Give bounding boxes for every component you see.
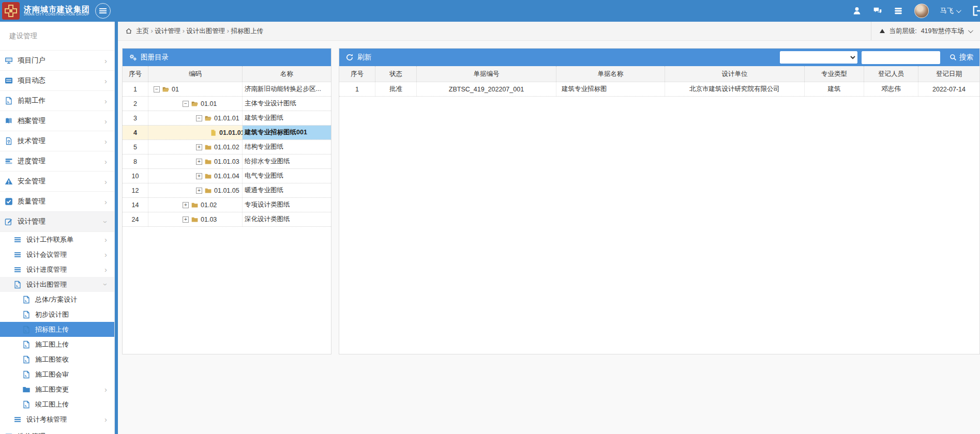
tree-row[interactable]: 12+01.01.05暖通专业图纸 <box>123 183 331 198</box>
tree-row[interactable]: 10+01.01.04电气专业图纸 <box>123 169 331 183</box>
tree-node[interactable]: +01.01.04 <box>148 169 243 183</box>
sidebar-item[interactable]: 技术管理› <box>0 131 114 151</box>
tree-row-number: 4 <box>123 126 148 140</box>
expand-toggle-icon[interactable]: + <box>196 159 202 165</box>
tree-row[interactable]: 8+01.01.03给排水专业图纸 <box>123 154 331 169</box>
expand-toggle-icon[interactable]: + <box>183 216 189 223</box>
warning-icon <box>5 177 13 185</box>
sidebar-item[interactable]: 设计考核管理› <box>0 412 114 427</box>
tasks-icon[interactable] <box>894 6 903 16</box>
tree-row-number: 14 <box>123 198 148 212</box>
tree-node-name[interactable]: 给排水专业图纸 <box>243 154 331 168</box>
folder-open-icon <box>162 86 170 93</box>
sidebar-item[interactable]: 初步设计图 <box>0 307 114 322</box>
tree-node[interactable]: 01.01.01.01 <box>148 126 243 140</box>
tree-node-name[interactable]: 主体专业设计图纸 <box>243 97 331 111</box>
tree-row[interactable]: 14+01.02专项设计类图纸 <box>123 198 331 212</box>
search-button[interactable]: 搜索 <box>949 53 973 62</box>
folder-icon <box>22 385 31 394</box>
user-icon[interactable] <box>852 6 862 16</box>
sidebar-item[interactable]: 招标图上传 <box>0 322 114 337</box>
sidebar-item[interactable]: 总体/方案设计 <box>0 292 114 307</box>
collapse-toggle-icon[interactable]: − <box>183 101 189 107</box>
current-level-selector[interactable]: 当前层级: 419智慧停车场 <box>871 22 980 40</box>
sidebar-item[interactable]: 竣工图上传 <box>0 397 114 412</box>
tree-node[interactable]: +01.01.05 <box>148 183 243 197</box>
tree-node[interactable]: +01.02 <box>148 198 243 212</box>
breadcrumb-item[interactable]: 设计管理 <box>155 27 180 35</box>
tree-row[interactable]: 5+01.01.02结构专业图纸 <box>123 140 331 154</box>
expand-toggle-icon[interactable]: + <box>196 188 202 194</box>
tree-node-name[interactable]: 深化设计类图纸 <box>243 212 331 226</box>
file-pdf-icon <box>22 311 31 319</box>
sidebar-item[interactable]: 造价管理 <box>0 427 114 434</box>
collapse-toggle-icon[interactable]: − <box>196 115 202 121</box>
messages-icon[interactable] <box>873 6 882 16</box>
expand-toggle-icon[interactable]: + <box>196 144 202 150</box>
user-menu[interactable]: 马飞 <box>940 6 960 16</box>
folder-icon <box>191 202 199 209</box>
collapse-toggle-icon[interactable]: − <box>154 86 160 92</box>
chevron-down-icon <box>968 28 973 33</box>
tree-node[interactable]: −01.01.01 <box>148 111 243 125</box>
search-input[interactable] <box>862 51 940 64</box>
tree-node[interactable]: +01.03 <box>148 212 243 226</box>
expand-toggle-icon[interactable]: + <box>196 173 202 179</box>
documents-column-header: 单据编号 <box>417 66 556 82</box>
sidebar-item[interactable]: 前期工作› <box>0 91 114 111</box>
sidebar-item[interactable]: 设计管理› <box>0 212 114 232</box>
expand-toggle-icon[interactable]: + <box>183 202 189 208</box>
breadcrumb-item[interactable]: 招标图上传 <box>231 27 263 35</box>
sidebar-item[interactable]: 施工图签收 <box>0 352 114 367</box>
sidebar-item[interactable]: 施工图变更› <box>0 382 114 397</box>
sidebar-item[interactable]: 设计工作联系单› <box>0 232 114 247</box>
topbar: 济南城市建设集团 JINAN CITY CONSTRUCTION GROUP 马… <box>0 0 980 22</box>
sidebar-item[interactable]: 设计进度管理› <box>0 262 114 277</box>
sidebar-toggle-button[interactable] <box>95 3 111 19</box>
sidebar-item[interactable]: 设计出图管理› <box>0 277 114 292</box>
sidebar-item[interactable]: 施工图上传 <box>0 337 114 352</box>
sidebar-item[interactable]: 项目门户› <box>0 51 114 71</box>
tree-row[interactable]: 24+01.03深化设计类图纸 <box>123 212 331 227</box>
tree-row[interactable]: 2−01.01主体专业设计图纸 <box>123 97 331 111</box>
main-content: 主页 › 设计管理 › 设计出图管理 › 招标图上传 当前层级: 419智慧停车… <box>118 22 980 434</box>
chevron-down-icon: › <box>102 221 110 223</box>
sidebar-item[interactable]: 设计会议管理› <box>0 247 114 262</box>
document-row[interactable]: 1批准ZBTSC_419_202207_001建筑专业招标图北京市建筑设计研究院… <box>339 82 979 97</box>
sidebar-item[interactable]: 档案管理› <box>0 111 114 131</box>
documents-column-header: 登记日期 <box>918 66 979 82</box>
tree-node[interactable]: +01.01.02 <box>148 140 243 154</box>
sidebar-item[interactable]: 项目动态› <box>0 71 114 91</box>
refresh-button[interactable]: 刷新 <box>345 53 371 62</box>
tree-node[interactable]: −01 <box>148 82 243 96</box>
document-cell: 北京市建筑设计研究院有限公司 <box>665 82 805 96</box>
tree-row[interactable]: 3−01.01.01建筑专业图纸 <box>123 111 331 126</box>
tree-row-number: 1 <box>123 82 148 96</box>
sidebar-item[interactable]: 进度管理› <box>0 151 114 172</box>
breadcrumb-item[interactable]: 主页 <box>136 27 149 35</box>
tree-node-name[interactable]: 结构专业图纸 <box>243 140 331 154</box>
tree-row[interactable]: 1−01济南新旧动能转换起步区... <box>123 82 331 97</box>
tree-node[interactable]: +01.01.03 <box>148 154 243 168</box>
chevron-right-icon: › <box>104 158 107 165</box>
filter-select[interactable] <box>780 51 857 64</box>
tree-node-name[interactable]: 专项设计类图纸 <box>243 198 331 212</box>
sidebar-item[interactable]: 安全管理› <box>0 172 114 192</box>
tree-table-body: 1−01济南新旧动能转换起步区...2−01.01主体专业设计图纸3−01.01… <box>123 82 331 227</box>
tree-node[interactable]: −01.01 <box>148 97 243 111</box>
tree-node-name[interactable]: 建筑专业图纸 <box>243 111 331 125</box>
logout-icon[interactable] <box>971 5 980 17</box>
breadcrumb-item[interactable]: 设计出图管理 <box>186 27 225 35</box>
documents-column-header: 单据名称 <box>556 66 665 82</box>
tree-node-name[interactable]: 暖通专业图纸 <box>243 183 331 197</box>
documents-panel-header: 刷新 搜索 <box>339 49 979 66</box>
user-avatar[interactable] <box>914 4 929 18</box>
tree-node-name[interactable]: 济南新旧动能转换起步区... <box>243 82 331 96</box>
sidebar-item[interactable]: 施工图会审 <box>0 367 114 382</box>
sidebar-item[interactable]: 质量管理› <box>0 192 114 212</box>
tree-row[interactable]: 401.01.01.01建筑专业招标图纸001 <box>123 126 331 140</box>
tree-node-name[interactable]: 建筑专业招标图纸001 <box>243 126 331 140</box>
tree-node-name[interactable]: 电气专业图纸 <box>243 169 331 183</box>
document-cell: ZBTSC_419_202207_001 <box>417 82 556 96</box>
file-pdf-icon <box>13 281 22 289</box>
